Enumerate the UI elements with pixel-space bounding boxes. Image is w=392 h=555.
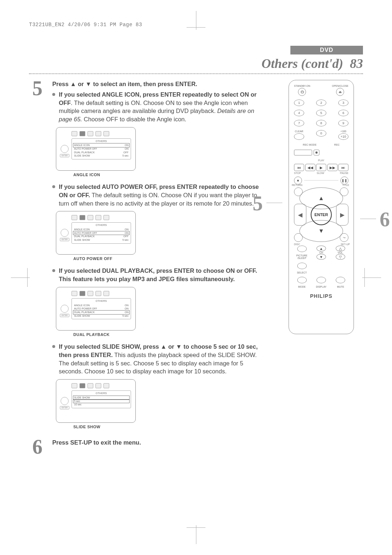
- standby-label: STANDBY-ON: [294, 85, 310, 87]
- osd-section-title: OTHERS: [73, 223, 129, 227]
- digit-2: 2: [316, 100, 326, 106]
- brand-label: PHILIPS: [294, 293, 348, 299]
- osd-caption-auto: AUTO POWER OFF: [73, 256, 267, 262]
- bullet-icon: [52, 269, 55, 272]
- remote-diagram: STANDBY-ON⏻ OPEN/CLOSE⏏ 123 456 789 CLEA…: [289, 80, 354, 334]
- select-button: [297, 263, 307, 269]
- step-number-6: 6: [29, 438, 46, 456]
- callout-line: [266, 203, 282, 203]
- osd-row-key: AUTO POWER OFF: [74, 231, 97, 235]
- osd-row-val: OFF: [123, 151, 128, 154]
- page-title: Others (cont'd): [262, 56, 343, 71]
- digit-7: 7: [294, 120, 304, 126]
- osd-row-val: ON: [125, 143, 129, 147]
- rew-button: ◀◀: [305, 164, 315, 171]
- rec-button: [314, 150, 319, 155]
- osd-row-key: SLIDE SHOW: [74, 396, 90, 400]
- display-label: DISPLAY: [313, 285, 329, 288]
- vol-down-button: ▽: [336, 254, 345, 260]
- picture-sleep-button: [297, 246, 307, 252]
- stop-label: STOP: [294, 172, 301, 174]
- osd-caption-dual: DUAL PLAYBACK: [73, 332, 267, 337]
- slow-label: SLOW: [317, 172, 324, 174]
- osd-enter-label: ENTER: [60, 238, 69, 241]
- osd-row-key: 10 sec: [74, 403, 82, 406]
- angle-rest2: Choose OFF to disable the Angle icon.: [82, 116, 186, 122]
- ch-up-button: ▲: [317, 246, 326, 251]
- osd-row-key: AUTO POWER OFF: [74, 147, 97, 151]
- osd-auto-power-off: ENTER OTHERS ANGLE ICONON AUTO POWER OFF…: [56, 211, 136, 255]
- mute-label: MUTE: [333, 285, 348, 288]
- osd-enter-label: ENTER: [60, 314, 69, 317]
- digit-5: 5: [316, 110, 326, 116]
- instructions-column: 5 Press ▲ or ▼ to select an item, then p…: [29, 80, 271, 459]
- auto-power-off-paragraph: If you selected AUTO POWER OFF, press EN…: [59, 183, 267, 207]
- digit-6: 6: [338, 110, 348, 116]
- stop-button: ■: [294, 177, 302, 185]
- dvd-section-label: DVD: [290, 46, 363, 54]
- slide-show-paragraph: If you selected SLIDE SHOW, press ▲ or ▼…: [59, 343, 267, 376]
- osd-row-val: ON: [125, 228, 129, 231]
- osd-row-key: ANGLE ICON: [74, 304, 90, 307]
- osd-row-val: ON: [125, 147, 129, 151]
- osd-row-val: 5 sec: [122, 154, 128, 158]
- step-number-5: 5: [29, 80, 46, 97]
- vol-label: VOL.: [338, 251, 343, 254]
- osd-row-val: 5 sec: [122, 238, 128, 242]
- pause-button: ❚❚: [340, 177, 348, 185]
- osd-row-val: ON: [125, 311, 129, 314]
- osd-dual-playback: ENTER OTHERS ANGLE ICONON AUTO POWER OFF…: [56, 287, 136, 331]
- bullet-icon: [52, 93, 55, 96]
- osd-section-title: OTHERS: [73, 299, 129, 303]
- callout-line: [360, 219, 376, 219]
- osd-angle-icon: ENTER OTHERS ANGLE ICONON AUTO POWER OFF…: [56, 127, 136, 171]
- openclose-label: OPEN/CLOSE: [332, 85, 348, 87]
- clear-button: [294, 133, 304, 140]
- rec-label: REC: [334, 143, 340, 146]
- plus100-label: +100: [340, 130, 346, 133]
- bullet-icon: [52, 345, 55, 348]
- osd-section-title: OTHERS: [73, 139, 129, 143]
- mute-button: [336, 277, 345, 283]
- digit-1: 1: [294, 100, 304, 106]
- osd-enter-label: ENTER: [60, 406, 69, 409]
- recmode-label: REC MODE: [303, 143, 317, 146]
- osd-row-val: 5 sec: [122, 314, 128, 318]
- enter-button: ENTER: [311, 204, 332, 225]
- digit-4: 4: [294, 110, 304, 116]
- play-label: PLAY: [318, 159, 324, 162]
- dual-bold: If you selected DUAL PLAYBACK, press ENT…: [59, 267, 257, 282]
- title-row: Others (cont'd) 83: [29, 56, 363, 74]
- callout-5: 5: [253, 192, 263, 215]
- ch-down-button: ▼: [317, 254, 326, 260]
- osd-row-key: DUAL PLAYBACK: [74, 311, 95, 314]
- vol-up-button: △: [336, 246, 345, 251]
- return-label: RETURN: [292, 184, 302, 186]
- play-button: ▶: [316, 164, 326, 171]
- digit-9: 9: [338, 120, 348, 126]
- step6-text: Press SET-UP to exit the menu.: [52, 438, 267, 447]
- nav-ring: RETURN TITLE DISC SET-UP ↪ ▲ ▼ ◀ ENTER ▶: [294, 187, 348, 242]
- bullet-icon: [52, 185, 55, 188]
- callout-6: 6: [380, 208, 390, 231]
- osd-row-key: SLIDE SHOW: [74, 314, 90, 318]
- display-button: [317, 277, 326, 283]
- osd-row-val: ON: [125, 304, 129, 307]
- clear-label: CLEAR: [295, 130, 303, 133]
- step5-lead: Press ▲ or ▼ to select an item, then pre…: [52, 80, 267, 88]
- osd-row-key: ANGLE ICON: [74, 228, 90, 231]
- left-arrow-button: ◀: [294, 204, 306, 226]
- digit-3: 3: [338, 100, 348, 106]
- digit-8: 8: [316, 120, 326, 126]
- select-label: SELECT: [294, 271, 310, 274]
- page-number: 83: [350, 56, 363, 71]
- angle-icon-paragraph: If you selected ANGLE ICON, press ENTER …: [59, 90, 267, 123]
- prev-button: ⏮: [294, 164, 304, 171]
- osd-row-val: ON: [125, 307, 129, 311]
- osd-section-title: OTHERS: [73, 392, 129, 395]
- standby-button: ⏻: [298, 88, 306, 96]
- next-button: ⏭: [338, 164, 348, 171]
- osd-slide-show: ENTER OTHERS SLIDE SHOW 5 sec 10 sec: [56, 379, 136, 423]
- osd-row-key: AUTO POWER OFF: [74, 307, 97, 311]
- osd-row-key: SLIDE SHOW: [74, 154, 90, 158]
